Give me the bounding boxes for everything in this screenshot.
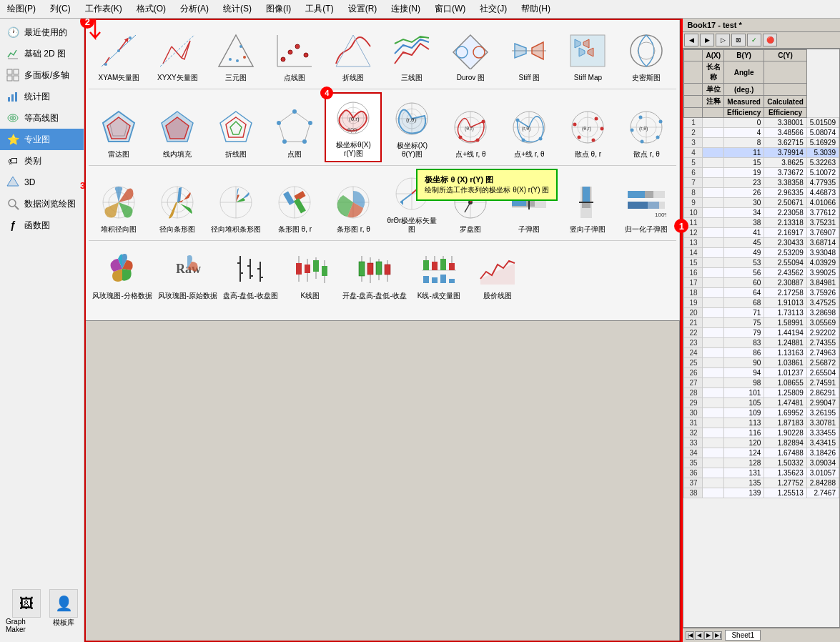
table-row[interactable]: 321161.902283.33455: [684, 428, 839, 438]
table-row[interactable]: 8262.963354.46873: [684, 188, 839, 198]
menu-item-column[interactable]: 列(C): [46, 1, 75, 16]
table-row[interactable]: 13452.304333.68714: [684, 238, 839, 248]
table-row[interactable]: 371351.277522.84288: [684, 478, 839, 488]
chart-pieTR[interactable]: 条形图 r, θ: [325, 169, 382, 237]
toolbar-btn-3[interactable]: ▷: [716, 34, 730, 46]
sidebar-item-recent[interactable]: 🕐 最近使用的: [0, 21, 84, 43]
table-row[interactable]: 341241.674883.18426: [684, 448, 839, 458]
chart-radar[interactable]: 雷达图: [90, 92, 147, 162]
chart-kline-vol[interactable]: K线-成交量图: [410, 244, 468, 304]
table-row[interactable]: 18642.172583.75926: [684, 288, 839, 298]
table-row[interactable]: 103.380015.01509: [684, 118, 839, 128]
sheet-tab-1[interactable]: Sheet1: [725, 630, 761, 641]
chart-dotlineR[interactable]: (θ,r) 点+线 r, θ: [442, 92, 499, 162]
chart-stiff[interactable]: Stiff 图: [500, 26, 558, 86]
table-row[interactable]: 381391.255132.7467: [684, 488, 839, 498]
table-row[interactable]: 291051.474812.99047: [684, 398, 839, 408]
toolbar-btn-2[interactable]: ▶: [700, 34, 714, 46]
template-button[interactable]: 👤 模板库: [49, 589, 78, 633]
nav-arrow-first[interactable]: |◀: [686, 631, 694, 640]
chart-candlestick[interactable]: 开盘-盘高-盘低-收盘: [340, 244, 409, 304]
sidebar-item-professional[interactable]: ⭐ 专业图: [0, 129, 84, 150]
sidebar-item-category[interactable]: 🏷 类别: [0, 150, 84, 172]
toolbar-btn-1[interactable]: ◀: [684, 34, 698, 46]
table-row[interactable]: 331201.828943.43415: [684, 438, 839, 448]
table-row[interactable]: 361311.356233.01057: [684, 468, 839, 478]
table-row[interactable]: 311131.871833.30781: [684, 418, 839, 428]
menu-item-tools[interactable]: 工具(T): [301, 1, 337, 16]
chart-xyam[interactable]: XYAM矢量图: [90, 26, 147, 86]
table-row[interactable]: 23831.248812.74355: [684, 338, 839, 348]
sidebar-item-dataexplore[interactable]: 数据浏览绘图: [0, 193, 84, 214]
menu-item-worksheet[interactable]: 工作表(K): [81, 1, 127, 16]
chart-ternary[interactable]: 三元图: [207, 26, 265, 86]
menu-item-analysis[interactable]: 分析(A): [176, 1, 213, 16]
chart-scatterT[interactable]: (r,θ) 散点 r, θ: [618, 92, 675, 162]
chart-dot2[interactable]: 点图: [266, 92, 323, 162]
sidebar-item-contour[interactable]: 等高线图: [0, 107, 84, 129]
data-table-container[interactable]: A(X) B(Y) C(Y) 长名称Angle单位(deg.)注释Measure…: [683, 49, 840, 628]
chart-linefill[interactable]: 线内填充: [149, 92, 206, 162]
table-row[interactable]: 26941.012372.65504: [684, 368, 839, 378]
chart-spline2[interactable]: 折线图: [207, 92, 265, 162]
menu-item-image[interactable]: 图像(I): [262, 1, 295, 16]
chart-stiffmap[interactable]: Stiff Map: [559, 26, 616, 86]
sidebar-item-3d[interactable]: 3D: [0, 172, 84, 193]
toolbar-btn-6[interactable]: 🔴: [763, 34, 777, 46]
chart-verticalbullet[interactable]: 竖向子弹图: [559, 169, 616, 237]
menu-item-social[interactable]: 社交(J): [475, 1, 511, 16]
table-row[interactable]: 25901.038612.56872: [684, 358, 839, 368]
table-row[interactable]: 19681.910133.47525: [684, 298, 839, 308]
table-row[interactable]: 14492.532093.93048: [684, 248, 839, 258]
table-row[interactable]: 10342.230583.77612: [684, 208, 839, 218]
chart-dotlineT[interactable]: (r,θ) 点+线 r, θ: [500, 92, 558, 162]
col-header-B[interactable]: B(Y): [724, 50, 764, 61]
chart-windrose-raw[interactable]: Raw 风玫瑰图-原始数据: [156, 244, 219, 304]
menu-item-connect[interactable]: 连接(N): [387, 1, 425, 16]
toolbar-btn-5[interactable]: ✓: [747, 34, 761, 46]
chart-polarX[interactable]: (r,θ) 极坐标(X)θ(Y)图: [383, 92, 440, 162]
chart-piper[interactable]: 史密斯图: [618, 26, 675, 86]
nav-arrow-prev[interactable]: ◀: [695, 631, 703, 640]
chart-spline[interactable]: 折线图: [325, 26, 382, 86]
table-row[interactable]: 17602.308873.84981: [684, 278, 839, 288]
chart-polarXY[interactable]: 4 (θ,r) θ(X): [325, 92, 382, 162]
sidebar-item-multipage[interactable]: 多面板/多轴: [0, 64, 84, 86]
table-row[interactable]: 27981.086552.74591: [684, 378, 839, 388]
chart-stock[interactable]: 股价线图: [469, 244, 526, 304]
chart-kline[interactable]: K线图: [282, 244, 339, 304]
menu-item-format[interactable]: 格式(O): [132, 1, 170, 16]
chart-windrose-bin[interactable]: 风玫瑰图-分格数据: [90, 244, 154, 304]
chart-windrose-s[interactable]: 堆积径向图: [90, 169, 147, 237]
table-row[interactable]: 4113.799145.3039: [684, 148, 839, 158]
chart-normalized[interactable]: 100% 归一化子弹图: [618, 169, 675, 237]
chart-ohlc[interactable]: 盘高-盘低-收盘图: [221, 244, 280, 304]
nav-arrow-last[interactable]: ▶|: [713, 631, 722, 640]
table-row[interactable]: 5153.86255.32263: [684, 158, 839, 168]
table-row[interactable]: 22791.441942.92202: [684, 328, 839, 338]
menu-item-settings[interactable]: 设置(R): [344, 1, 382, 16]
chart-triline[interactable]: 三线图: [383, 26, 440, 86]
col-header-C[interactable]: C(Y): [764, 50, 807, 61]
graphmaker-button[interactable]: 🖼 Graph Maker: [6, 589, 46, 633]
table-row[interactable]: 11382.133183.75231: [684, 218, 839, 228]
table-row[interactable]: 21751.589913.05569: [684, 318, 839, 328]
table-row[interactable]: 301091.699523.26195: [684, 408, 839, 418]
menu-item-stats[interactable]: 统计(S): [219, 1, 256, 16]
nav-arrow-next[interactable]: ▶: [704, 631, 713, 640]
table-row[interactable]: 383.627155.16929: [684, 138, 839, 148]
table-row[interactable]: 12412.169173.76907: [684, 228, 839, 238]
table-row[interactable]: 6193.736725.10072: [684, 168, 839, 178]
chart-scatterR[interactable]: (θ,r) 散点 θ, r: [559, 92, 616, 162]
chart-barTR[interactable]: 条形图 θ, r: [266, 169, 323, 237]
table-row[interactable]: 24861.131632.74963: [684, 348, 839, 358]
chart-windrose-c[interactable]: 径向堆积条形图: [207, 169, 265, 237]
chart-durov[interactable]: Durov 图: [442, 26, 499, 86]
table-row[interactable]: 351281.503323.09034: [684, 458, 839, 468]
sidebar-item-stats[interactable]: 统计图: [0, 86, 84, 107]
toolbar-btn-4[interactable]: ⊠: [731, 34, 746, 46]
chart-radial-bar[interactable]: 径向条形图: [149, 169, 206, 237]
table-row[interactable]: 15532.550944.03929: [684, 258, 839, 268]
col-header-A[interactable]: A(X): [703, 50, 724, 61]
sidebar-item-basic2d[interactable]: 基础 2D 图: [0, 43, 84, 64]
